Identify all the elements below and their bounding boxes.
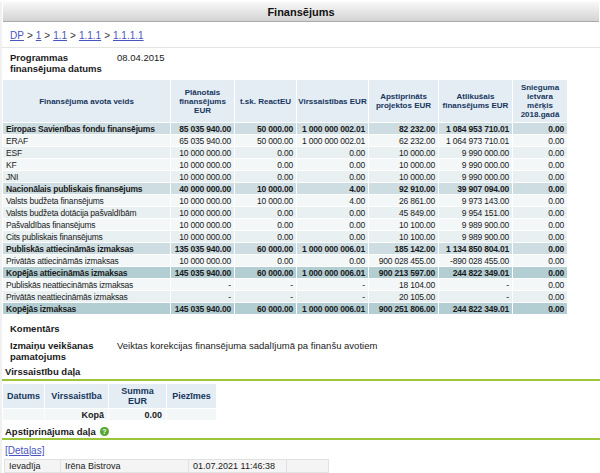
row-value: - <box>171 291 235 303</box>
row-value: 10 000 000.00 <box>171 207 235 219</box>
approval-section-title: Apstiprinājuma daļa <box>5 426 96 437</box>
row-value: 244 822 349.01 <box>439 303 513 315</box>
row-value: 60 000.00 <box>235 303 297 315</box>
row-value: 10 000.00 <box>235 195 297 207</box>
row-value: 900 028 455.00 <box>369 255 439 267</box>
row-value: 10 000.00 <box>235 183 297 195</box>
finance-column-header: t.sk. ReactEU <box>235 80 297 123</box>
row-value: 0.00 <box>297 219 369 231</box>
change-reason-value: Veiktas korekcijas finansējuma sadalījum… <box>117 341 377 362</box>
breadcrumb-separator: > <box>27 30 33 41</box>
row-value: 0.00 <box>513 303 568 315</box>
row-value: - <box>439 291 513 303</box>
row-value: 0.00 <box>235 147 297 159</box>
row-value: 10 000 000.00 <box>171 171 235 183</box>
empty-cell <box>167 409 217 421</box>
overcommitment-table: Datums Virssaistība Summa EUR Piezīmes K… <box>2 383 217 421</box>
row-value: 0.00 <box>235 159 297 171</box>
row-value: 0.00 <box>297 147 369 159</box>
row-label: Publiskās attiecināmās izmaksas <box>3 243 171 255</box>
total-value: 0.00 <box>109 409 167 421</box>
row-value: 0.00 <box>297 171 369 183</box>
breadcrumb-link[interactable]: DP <box>10 30 24 41</box>
row-value: 0.00 <box>513 207 568 219</box>
table-row: Kopējās attiecināmās izmaksas145 035 940… <box>3 267 568 279</box>
breadcrumb-link[interactable]: 1.1.1.1 <box>113 30 144 41</box>
row-value: 9 990 000.00 <box>439 159 513 171</box>
row-value: 85 035 940.00 <box>171 123 235 135</box>
row-value: 0.00 <box>235 231 297 243</box>
table-row: Valsts budžeta dotācija pašvaldībām10 00… <box>3 207 568 219</box>
row-value: 1 000 000 006.01 <box>297 303 369 315</box>
table-row: Cits publiskais finansējums10 000 000.00… <box>3 231 568 243</box>
breadcrumb-link[interactable]: 1.1.1 <box>79 30 101 41</box>
table-row: JNI10 000 000.000.000.0010 000.009 990 0… <box>3 171 568 183</box>
overcommitment-section-title: Virssaistību daļa <box>5 366 600 377</box>
program-date-row: Programmas finansējuma datums 08.04.2015 <box>10 53 600 74</box>
row-value: - <box>235 291 297 303</box>
breadcrumb-link[interactable]: 1.1 <box>53 30 67 41</box>
table-row: ESF10 000 000.000.000.0010 000.009 990 0… <box>3 147 568 159</box>
row-value: 0.00 <box>297 231 369 243</box>
row-value: 0.00 <box>513 147 568 159</box>
row-value: - <box>439 279 513 291</box>
page: Finansējums DP>1>1.1>1.1.1>1.1.1.1 Progr… <box>0 2 600 473</box>
row-value: 9 989 900.00 <box>439 219 513 231</box>
column-header-datums: Datums <box>3 384 45 409</box>
row-value: 1 000 000 006.01 <box>297 243 369 255</box>
table-row: Nacionālais publiskais finansējums40 000… <box>3 183 568 195</box>
row-value: 10 100.00 <box>369 231 439 243</box>
row-value: -890 028 455.00 <box>439 255 513 267</box>
comments-label: Komentārs <box>10 323 600 334</box>
change-reason-label: Izmaiņu veikšanas pamatojums <box>10 341 117 362</box>
breadcrumb-link[interactable]: 1 <box>36 30 42 41</box>
row-value: 0.00 <box>513 279 568 291</box>
column-header-virssaistiba: Virssaistība <box>45 384 109 409</box>
approval-row-link-cell <box>287 460 329 473</box>
row-value: 10 000 000.00 <box>171 159 235 171</box>
row-value: 39 907 094.00 <box>439 183 513 195</box>
change-reason-row: Izmaiņu veikšanas pamatojums Veiktas kor… <box>10 341 600 362</box>
row-value: 10 000.00 <box>369 147 439 159</box>
row-label: Nacionālais publiskais finansējums <box>3 183 171 195</box>
row-label: KF <box>3 159 171 171</box>
info-icon[interactable]: ? <box>100 427 109 436</box>
finance-column-header: Apstiprināts projektos EUR <box>369 80 439 123</box>
approval-row-label: Ievadīja <box>5 460 61 473</box>
row-value: 1 064 973 710.01 <box>439 135 513 147</box>
row-value: 4.00 <box>297 183 369 195</box>
row-value: 9 973 143.00 <box>439 195 513 207</box>
row-label: JNI <box>3 171 171 183</box>
row-label: Kopējās attiecināmās izmaksas <box>3 267 171 279</box>
row-value: 10 000.00 <box>369 159 439 171</box>
row-value: 135 035 940.00 <box>171 243 235 255</box>
row-value: 145 035 940.00 <box>171 267 235 279</box>
row-value: 9 989 900.00 <box>439 231 513 243</box>
row-value: 20 105.00 <box>369 291 439 303</box>
approval-table-body: IevadījaIrēna Bistrova01.07.2021 11:46:3… <box>5 460 329 473</box>
finance-column-header: Virssaistības EUR <box>297 80 369 123</box>
approval-row-name: Irēna Bistrova <box>61 460 189 473</box>
section-divider <box>2 438 600 440</box>
breadcrumb-separator: > <box>104 30 110 41</box>
finance-column-header: Finansējuma avota veids <box>3 80 171 123</box>
row-label: Kopējās izmaksas <box>3 303 171 315</box>
row-value: 10 000.00 <box>369 171 439 183</box>
finance-table-header-row: Finansējuma avota veidsPlānotais finansē… <box>3 80 568 123</box>
table-row: Privātās attiecināmās izmaksas10 000 000… <box>3 255 568 267</box>
row-value: 244 822 349.01 <box>439 267 513 279</box>
table-row: Publiskās neattiecināmās izmaksas---18 1… <box>3 279 568 291</box>
table-row: Pašvaldības finansējums10 000 000.000.00… <box>3 219 568 231</box>
row-value: 65 035 940.00 <box>171 135 235 147</box>
row-value: 0.00 <box>235 207 297 219</box>
approval-row-datetime: 01.07.2021 11:46:38 <box>189 460 287 473</box>
approval-section-title-row: Apstiprinājuma daļa ? <box>5 426 600 437</box>
row-value: 40 000 000.00 <box>171 183 235 195</box>
details-link[interactable]: [Detaļas] <box>5 445 44 456</box>
row-value: 0.00 <box>513 231 568 243</box>
table-row: Valsts budžeta finansējums10 000 000.001… <box>3 195 568 207</box>
row-label: ESF <box>3 147 171 159</box>
table-row: Privātās neattiecināmās izmaksas---20 10… <box>3 291 568 303</box>
row-value: 26 861.00 <box>369 195 439 207</box>
row-value: - <box>235 279 297 291</box>
